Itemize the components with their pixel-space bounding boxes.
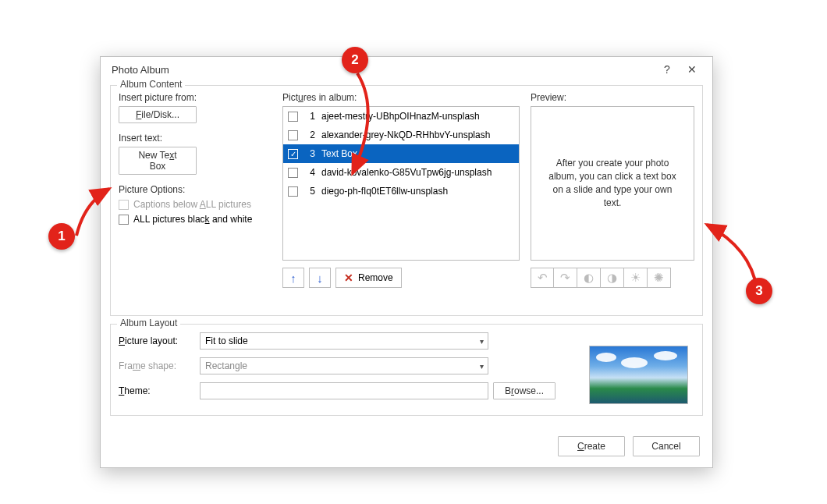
list-item-checkbox[interactable] xyxy=(288,186,298,197)
preview-box: After you create your photo album, you c… xyxy=(531,106,694,261)
list-item-checkbox[interactable] xyxy=(288,168,298,178)
list-item[interactable]: ✓3Text Box xyxy=(283,144,519,163)
title-bar: Photo Album ? ✕ xyxy=(101,57,712,82)
picture-layout-select[interactable]: Fit to slide xyxy=(200,332,488,350)
frame-shape-select: Rectangle xyxy=(200,357,488,374)
preview-text: After you create your photo album, you c… xyxy=(547,157,678,209)
list-item-label: Text Box xyxy=(321,148,514,159)
list-item-number: 5 xyxy=(304,186,315,197)
captions-checkbox xyxy=(119,200,129,210)
bw-checkbox[interactable] xyxy=(119,215,129,225)
layout-thumbnail xyxy=(589,346,688,404)
list-item-number: 1 xyxy=(304,111,315,122)
list-item-checkbox[interactable] xyxy=(288,112,298,122)
list-item-number: 4 xyxy=(304,167,315,178)
list-item[interactable]: 1ajeet-mestry-UBhpOIHnazM-unsplash xyxy=(283,107,519,126)
preview-tools: ↶ ↷ ◐ ◑ ☀ ✺ xyxy=(531,268,694,288)
rotate-right-icon: ↷ xyxy=(554,268,577,288)
album-layout-legend: Album Layout xyxy=(117,318,180,328)
list-item-number: 3 xyxy=(304,148,315,159)
insert-column: Insert picture from: File/Disk... Insert… xyxy=(119,92,272,288)
new-text-box-button[interactable]: New Text Box xyxy=(119,147,197,175)
list-item-label: david-kovalenko-G85VuTpw6jg-unsplash xyxy=(321,167,514,178)
callout-2-badge: 2 xyxy=(342,47,368,73)
preview-label: Preview: xyxy=(531,92,694,103)
album-content-group: Album Content Insert picture from: File/… xyxy=(110,85,703,316)
album-content-legend: Album Content xyxy=(117,79,185,90)
album-layout-group: Album Layout Picture layout: Fit to slid… xyxy=(110,324,703,416)
list-item-checkbox[interactable] xyxy=(288,130,298,140)
list-item[interactable]: 2alexander-grey-NkQD-RHhbvY-unsplash xyxy=(283,126,519,144)
list-item-label: ajeet-mestry-UBhpOIHnazM-unsplash xyxy=(321,111,514,122)
help-icon[interactable]: ? xyxy=(655,59,680,80)
file-disk-button[interactable]: File/Disk... xyxy=(119,106,197,123)
pictures-column: Pictures in album: 1ajeet-mestry-UBhpOIH… xyxy=(282,92,520,288)
brightness-up-icon: ☀ xyxy=(624,268,648,288)
remove-x-icon: ✕ xyxy=(344,272,353,284)
picture-options-label: Picture Options: xyxy=(119,184,272,195)
move-down-icon[interactable]: ↓ xyxy=(309,268,331,288)
insert-picture-label: Insert picture from: xyxy=(119,92,272,103)
create-button[interactable]: Create xyxy=(558,436,625,456)
remove-button[interactable]: ✕ Remove xyxy=(335,268,402,288)
dialog-title: Photo Album xyxy=(112,64,169,76)
theme-input[interactable] xyxy=(200,382,488,399)
pictures-listbox[interactable]: 1ajeet-mestry-UBhpOIHnazM-unsplash2alexa… xyxy=(282,106,520,261)
rotate-left-icon: ↶ xyxy=(531,268,554,288)
brightness-down-icon: ✺ xyxy=(648,268,671,288)
move-up-icon[interactable]: ↑ xyxy=(282,268,304,288)
contrast-up-icon: ◐ xyxy=(577,268,601,288)
list-item[interactable]: 4david-kovalenko-G85VuTpw6jg-unsplash xyxy=(283,163,519,182)
black-white-option[interactable]: ALL pictures black and white xyxy=(119,214,272,225)
list-item-label: diego-ph-fIq0tET6llw-unsplash xyxy=(321,186,514,197)
photo-album-dialog: Photo Album ? ✕ Album Content Insert pic… xyxy=(100,56,713,468)
list-item[interactable]: 5diego-ph-fIq0tET6llw-unsplash xyxy=(283,182,519,201)
contrast-down-icon: ◑ xyxy=(601,268,624,288)
insert-text-label: Insert text: xyxy=(119,133,272,144)
list-item-label: alexander-grey-NkQD-RHhbvY-unsplash xyxy=(321,130,514,140)
cancel-button[interactable]: Cancel xyxy=(633,436,700,456)
callout-3-badge: 3 xyxy=(746,278,772,304)
list-item-checkbox[interactable]: ✓ xyxy=(288,149,298,159)
preview-column: Preview: After you create your photo alb… xyxy=(531,92,694,288)
callout-1-badge: 1 xyxy=(48,223,75,250)
list-item-number: 2 xyxy=(304,130,315,140)
captions-below-option: Captions below ALL pictures xyxy=(119,199,272,210)
browse-button[interactable]: Browse... xyxy=(493,382,555,399)
close-icon[interactable]: ✕ xyxy=(680,59,705,80)
